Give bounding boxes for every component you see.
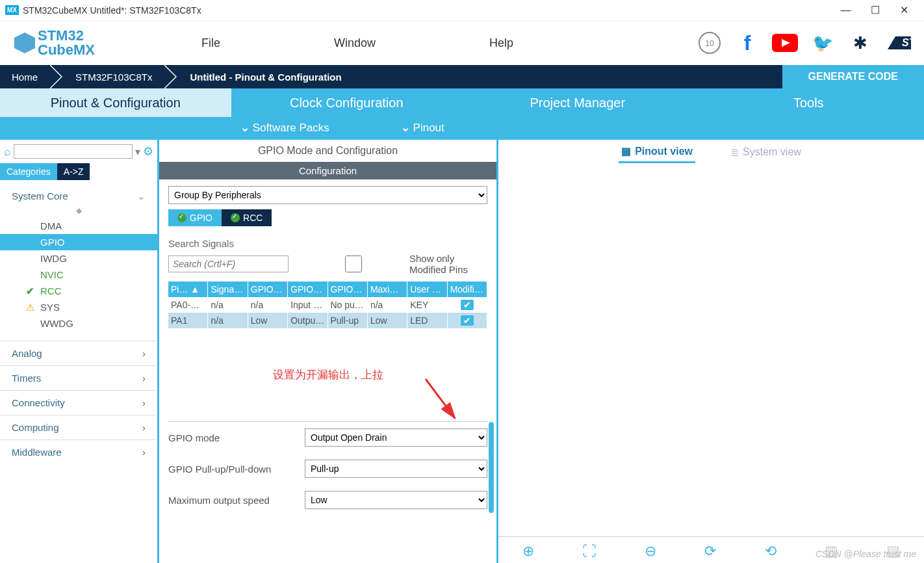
menu-window[interactable]: Window	[334, 36, 376, 50]
gpio-pull-label: GPIO Pull-up/Pull-down	[168, 464, 305, 475]
pinout-canvas[interactable]: ST STM32F103C8Tx LQFP48 PB9PB8PB7PB6PB5P…	[498, 164, 924, 536]
column-header[interactable]: GPIO …	[328, 282, 368, 297]
rotate-ccw-icon[interactable]: ⟲	[765, 543, 776, 560]
gpio-mode-label: GPIO mode	[168, 432, 305, 443]
column-header[interactable]: GPIO …	[248, 282, 288, 297]
check-icon	[177, 213, 186, 222]
tab-clock-config[interactable]: Clock Configuration	[231, 88, 463, 117]
subtab-software-packs[interactable]: Software Packs	[240, 121, 329, 135]
peripheral-item[interactable]: ⚠SYS	[0, 299, 157, 315]
svg-line-6	[426, 379, 455, 418]
params-scrollbar[interactable]	[489, 422, 494, 513]
app-logo: STM32CubeMX	[0, 29, 149, 57]
svg-text:10: 10	[705, 39, 714, 48]
generate-code-button[interactable]: GENERATE CODE	[782, 65, 924, 88]
periph-tab-rcc[interactable]: RCC	[222, 209, 272, 226]
peripheral-item[interactable]: GPIO	[0, 234, 157, 250]
category-computing[interactable]: Computing›	[0, 415, 157, 439]
app-icon: MX	[5, 5, 19, 15]
check-icon	[231, 213, 240, 222]
gpio-pull-select[interactable]: Pull-up	[305, 460, 487, 478]
zoom-out-icon[interactable]: ⊖	[645, 543, 656, 560]
settings-icon[interactable]: ⚙	[143, 144, 153, 159]
show-modified-checkbox[interactable]: Show only Modified Pins	[302, 253, 487, 275]
st-logo-icon[interactable]: ST	[885, 30, 911, 56]
search-signals-label: Search Signals	[168, 238, 487, 249]
search-signals-input[interactable]	[168, 255, 289, 272]
annotation-arrow-icon	[159, 382, 496, 421]
breadcrumb-home[interactable]: Home	[0, 65, 49, 88]
gpio-mode-select[interactable]: Output Open Drain	[305, 428, 487, 447]
rotate-cw-icon[interactable]: ⟳	[704, 543, 716, 560]
list-icon: ≣	[730, 146, 739, 159]
peripheral-item[interactable]: WWDG	[0, 315, 157, 332]
facebook-icon[interactable]: f	[734, 30, 760, 56]
pinout-view-tab[interactable]: ▦Pinout view	[619, 141, 695, 163]
gpio-table: Pi… ▲Signal…GPIO …GPIO …GPIO …Maxi…User …	[168, 282, 487, 328]
youtube-icon[interactable]	[772, 30, 798, 56]
peripheral-item[interactable]: ✔RCC	[0, 283, 157, 299]
table-row[interactable]: PA0-…n/an/aInput …No pu…n/aKEY✔	[168, 297, 487, 313]
zoom-in-icon[interactable]: ⊕	[522, 543, 534, 560]
peripheral-item[interactable]: NVIC	[0, 267, 157, 283]
category-timers[interactable]: Timers›	[0, 365, 157, 390]
column-header[interactable]: GPIO …	[288, 282, 327, 297]
category-connectivity[interactable]: Connectivity›	[0, 390, 157, 415]
peripheral-item[interactable]: DMA	[0, 218, 157, 234]
category-analog[interactable]: Analog›	[0, 341, 157, 365]
menu-help[interactable]: Help	[489, 36, 513, 50]
svg-text:ST: ST	[902, 37, 911, 48]
category-system-core[interactable]: System Core⌄	[0, 187, 157, 206]
category-middleware[interactable]: Middleware›	[0, 439, 157, 464]
config-panel-title: GPIO Mode and Configuration	[159, 140, 496, 162]
gpio-speed-label: Maximum output speed	[168, 495, 305, 506]
share-icon[interactable]: ✱	[847, 30, 873, 56]
gpio-speed-select[interactable]: Low	[305, 491, 487, 509]
peripheral-item[interactable]: IWDG	[0, 250, 157, 267]
chip-icon: ▦	[621, 145, 631, 157]
tab-tools[interactable]: Tools	[693, 88, 925, 117]
column-header[interactable]: Signal…	[208, 282, 248, 297]
tab-az[interactable]: A->Z	[57, 163, 90, 180]
search-icon: ⌕	[4, 145, 11, 159]
configuration-header: Configuration	[159, 162, 496, 179]
column-header[interactable]: Pi… ▲	[168, 282, 208, 297]
search-dropdown-icon[interactable]: ▾	[135, 146, 140, 158]
system-view-tab[interactable]: ≣System view	[728, 142, 804, 163]
peripheral-search-input[interactable]	[14, 144, 133, 159]
group-by-select[interactable]: Group By Peripherals	[168, 186, 487, 204]
st-community-icon[interactable]: 10	[697, 30, 723, 56]
column-header[interactable]: User …	[407, 282, 447, 297]
subtab-pinout[interactable]: Pinout	[401, 121, 444, 135]
breadcrumb-page: Untitled - Pinout & Configuration	[178, 65, 353, 88]
twitter-icon[interactable]: 🐦	[810, 30, 836, 56]
close-button[interactable]: ✕	[890, 4, 919, 16]
breadcrumb-chip[interactable]: STM32F103C8Tx	[64, 65, 164, 88]
menu-file[interactable]: File	[201, 36, 220, 50]
periph-tab-gpio[interactable]: GPIO	[168, 209, 222, 226]
window-title: STM32CubeMX Untitled*: STM32F103C8Tx	[23, 5, 831, 16]
maximize-button[interactable]: ☐	[860, 4, 890, 16]
tab-project-manager[interactable]: Project Manager	[462, 88, 693, 117]
table-row[interactable]: PA1n/aLowOutpu…Pull-upLowLED✔	[168, 313, 487, 328]
tab-categories[interactable]: Categories	[0, 163, 57, 180]
svg-marker-0	[14, 33, 35, 53]
fit-screen-icon[interactable]: ⛶	[582, 543, 597, 560]
column-header[interactable]: Maxi…	[368, 282, 407, 297]
column-header[interactable]: Modified	[448, 282, 487, 297]
minimize-button[interactable]: —	[831, 5, 860, 16]
watermark: CSDN @Please trust me	[815, 549, 916, 559]
tab-pinout-config[interactable]: Pinout & Configuration	[0, 88, 231, 117]
